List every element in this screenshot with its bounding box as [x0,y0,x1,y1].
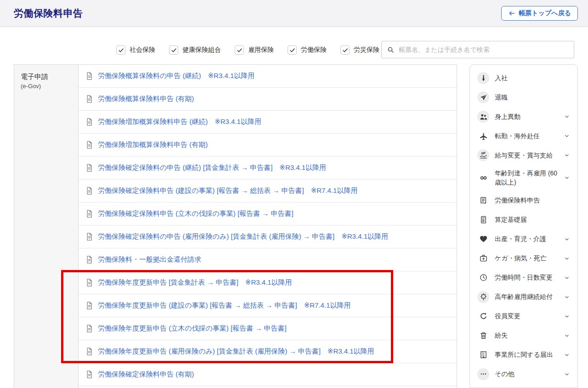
search-input[interactable] [399,46,569,53]
filter-checkbox[interactable]: 労働保険 [288,45,327,55]
page-title: 労働保険料申告 [14,7,83,20]
document-icon [85,370,94,379]
form-link[interactable]: 労働保険確定保険料申告 (立木の伐採の事業) [報告書 → 申告書] [98,209,294,218]
form-link[interactable]: 労働保険確定保険料申告 (有期) [98,370,194,379]
category-label: 電子申請 [21,73,74,81]
form-row: 労働保険年度更新申告 [賃金集計表 → 申告書] ※R3.4.1以降用 [79,271,457,294]
heart-icon [477,233,489,245]
form-link[interactable]: 労働保険確定保険料の申告 (雇用保険のみ) [賃金集計表 (雇用保険) → 申告… [98,232,388,241]
sidebar-item[interactable]: 年齢到達・再雇用 (60歳以上) [470,165,577,191]
chevron-down-icon [564,332,570,339]
sidebar-item[interactable]: 事業所に関する届出 [470,345,577,365]
form-link[interactable]: 労働保険概算保険料の申告 (継続) ※R3.4.1以降用 [98,72,254,80]
form-row: 労働保険確定保険料申告 (有期) [79,363,457,386]
checkbox-label: 雇用保険 [248,46,274,54]
form-row: 労働保険料・一般拠出金還付請求 [79,248,457,271]
report-icon [477,195,489,207]
form-link[interactable]: 労働保険年度更新申告 (立木の伐採の事業) [報告書 → 申告書] [98,324,287,333]
search-box [381,41,574,58]
sidebar-item-label: 役員変更 [495,311,558,321]
sidebar-item[interactable]: 高年齢雇用継続給付 [470,287,577,307]
sidebar-item[interactable]: ケガ・病気・死亡 [470,249,577,268]
chevron-down-icon [564,152,570,158]
filter-checkbox[interactable]: 健康保険組合 [169,45,221,55]
checkbox-label: 健康保険組合 [182,46,221,54]
chevron-down-icon [564,255,570,262]
document-icon [85,186,94,195]
document-icon [85,72,94,80]
form-row: 労働保険年度更新申告 (雇用保険のみ) [賃金集計表 (雇用保険) → 申告書]… [79,340,457,363]
back-button-label: 帳票トップへ戻る [519,9,571,17]
sidebar-item[interactable]: 役員変更 [470,307,577,326]
sidebar-item-label: 入社 [495,73,558,83]
form-row: 労働保険確定保険料申告 (建設の事業) [報告書 → 総括表 → 申告書] ※R… [79,180,457,202]
form-link[interactable]: 労働保険増加概算保険料申告 (継続) ※R3.4.1以降用 [98,118,261,126]
document-icon [85,141,94,149]
form-link[interactable]: 労働保険年度更新申告 [賃金集計表 → 申告書] ※R3.4.1以降用 [98,278,292,287]
document-icon [85,347,94,356]
checkbox-checked-icon [169,45,178,55]
sidebar-item[interactable]: 算定基礎届 [470,210,577,230]
category-sidebar: 入社 退職 身上異動 転勤・海外赴任 給与変更・賞与支給 年齢到達・再雇用 (6… [469,64,578,388]
checkbox-label: 労災保険 [354,46,379,54]
chevron-down-icon [564,133,570,139]
form-row: 労働保険概算保険料の申告 (継続) ※R3.4.1以降用 [79,65,457,88]
form-row: 労働保険確定保険料の申告 (継続) [賃金集計表 → 申告書] ※R3.4.1以… [79,157,457,180]
sidebar-item-label: 退職 [495,93,558,102]
sidebar-item-label: 紛失 [495,331,558,340]
document-icon [85,324,94,333]
people-icon [477,111,489,123]
sidebar-item-label: 給与変更・賞与支給 [495,151,558,160]
checkbox-checked-icon [340,45,350,55]
checkbox-label: 労働保険 [301,46,327,54]
chevron-down-icon [564,371,570,377]
checkbox-label: 社会保険 [130,46,155,54]
form-row: 労働保険増加概算保険料申告 (有期) [79,134,457,157]
hand-coins-icon [477,149,489,161]
form-row: 労働保険概算保険料申告 (有期) [79,88,457,111]
form-row: 労働保険年度更新申告 (建設の事業) [報告書 → 総括表 → 申告書] ※R7… [79,294,457,317]
sidebar-item[interactable]: 労働時間・日数変更 [470,268,577,287]
document-icon [85,278,94,287]
sidebar-item[interactable]: その他 [470,365,577,384]
filter-checkbox[interactable]: 労災保険 [340,45,379,55]
form-row: 労働保険年度更新申告 (立木の伐採の事業) [報告書 → 申告書] [79,317,457,340]
sidebar-item-label: 高年齢雇用継続給付 [495,292,558,301]
insurance-filterbar: 社会保険 健康保険組合 雇用保険 労働保険 労災保険 [116,41,379,59]
sidebar-item[interactable]: 紛失 [470,326,577,345]
checkbox-checked-icon [235,45,244,55]
refresh-icon [477,310,489,322]
sidebar-item-label: 労働時間・日数変更 [495,273,558,282]
form-link[interactable]: 労働保険確定保険料の申告 (継続) [賃金集計表 → 申告書] ※R3.4.1以… [98,163,326,172]
form-row: 労働保険確定保険料の申告 (雇用保険のみ) [賃金集計表 (雇用保険) → 申告… [79,225,457,248]
sidebar-item[interactable]: 身上異動 [470,107,577,126]
document-icon [85,232,94,241]
form-link[interactable]: 労働保険概算保険料申告 (有期) [98,95,194,103]
sidebar-item[interactable]: 転勤・海外赴任 [470,126,577,146]
form-link[interactable]: 労働保険年度更新申告 (雇用保険のみ) [賃金集計表 (雇用保険) → 申告書]… [98,347,374,356]
sidebar-item[interactable]: 労働保険料申告 [470,191,577,210]
form-link[interactable]: 労働保険料・一般拠出金還付請求 [98,255,201,264]
sidebar-item[interactable]: 退職 [470,88,577,107]
sidebar-item[interactable]: 給与変更・賞与支給 [470,146,577,165]
chevron-down-icon [564,275,570,281]
category-cell: 電子申請 (e-Gov) [14,65,79,388]
form-link[interactable]: 労働保険確定保険料申告 (建設の事業) [報告書 → 総括表 → 申告書] ※R… [98,186,357,195]
tie-icon [477,72,489,84]
document-icon [85,255,94,264]
sidebar-item-label: 転勤・海外赴任 [495,131,558,141]
sidebar-item-label: 労働保険料申告 [495,196,558,205]
chevron-down-icon [564,294,570,300]
chevron-down-icon [564,352,570,358]
filter-checkbox[interactable]: 社会保険 [116,45,155,55]
search-icon [387,46,395,54]
filter-checkbox[interactable]: 雇用保険 [235,45,274,55]
sidebar-item[interactable]: 入社 [470,68,577,88]
form-link[interactable]: 労働保険年度更新申告 (建設の事業) [報告書 → 総括表 → 申告書] ※R7… [98,301,351,310]
form-rows: 労働保険概算保険料の申告 (継続) ※R3.4.1以降用 労働保険概算保険料申告… [79,65,457,388]
leaf-icon [477,291,489,303]
back-to-forms-top-button[interactable]: 帳票トップへ戻る [501,6,578,21]
sidebar-item-label: ケガ・病気・死亡 [495,253,558,263]
sidebar-item[interactable]: 出産・育児・介護 [470,230,577,249]
form-link[interactable]: 労働保険増加概算保険料申告 (有期) [98,141,208,149]
